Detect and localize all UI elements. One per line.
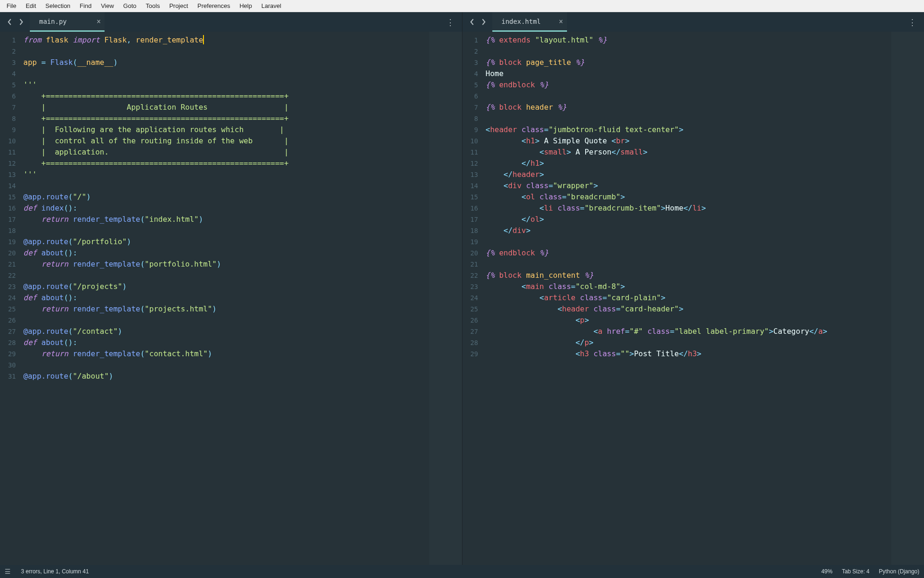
tab-main-py[interactable]: main.py × [30,12,105,32]
menu-view[interactable]: View [96,1,119,11]
tab-index-html[interactable]: index.html × [492,12,567,32]
code-right[interactable]: {% extends "layout.html" %} {% block pag… [482,32,892,565]
editors-split: main.py × ⋮ 1234567891011121314151617181… [0,12,924,565]
tab-bar-right: index.html × ⋮ [462,12,924,32]
tab-bar-left: main.py × ⋮ [0,12,462,32]
gutter-right: 1234567891011121314151617181920212223242… [462,32,482,565]
nav-back-icon[interactable] [6,18,14,26]
editor-pane-right: index.html × ⋮ 1234567891011121314151617… [462,12,924,565]
menu-selection[interactable]: Selection [41,1,75,11]
nav-forward-icon[interactable] [17,18,25,26]
status-errors[interactable]: 3 errors, Line 1, Column 41 [21,568,89,575]
close-icon[interactable]: × [97,17,101,26]
minimap-right[interactable] [891,32,924,565]
code-left[interactable]: from flask import Flask, render_template… [20,32,429,565]
editor-pane-left: main.py × ⋮ 1234567891011121314151617181… [0,12,462,565]
gutter-left: 1234567891011121314151617181920212223242… [0,32,20,565]
status-bar: ☰ 3 errors, Line 1, Column 41 49% Tab Si… [0,565,924,578]
nav-back-icon[interactable] [468,18,476,26]
minimap-left[interactable] [429,32,462,565]
hamburger-icon[interactable]: ☰ [5,568,11,575]
status-tabsize[interactable]: Tab Size: 4 [842,568,869,575]
code-area-right[interactable]: 1234567891011121314151617181920212223242… [462,32,924,565]
status-zoom[interactable]: 49% [821,568,833,575]
menu-goto[interactable]: Goto [119,1,141,11]
pane-options-icon[interactable]: ⋮ [440,17,462,27]
code-area-left[interactable]: 1234567891011121314151617181920212223242… [0,32,462,565]
menu-preferences[interactable]: Preferences [193,1,235,11]
menu-edit[interactable]: Edit [21,1,41,11]
pane-options-icon[interactable]: ⋮ [902,17,924,27]
menu-find[interactable]: Find [75,1,96,11]
tab-title: main.py [39,18,67,25]
menu-help[interactable]: Help [235,1,257,11]
close-icon[interactable]: × [559,17,563,26]
status-language[interactable]: Python (Django) [879,568,919,575]
menu-bar: FileEditSelectionFindViewGotoToolsProjec… [0,0,924,12]
menu-file[interactable]: File [2,1,21,11]
menu-laravel[interactable]: Laravel [257,1,286,11]
nav-forward-icon[interactable] [479,18,488,26]
tab-title: index.html [502,18,541,25]
menu-tools[interactable]: Tools [141,1,164,11]
tab-nav-buttons [1,18,30,26]
menu-project[interactable]: Project [165,1,193,11]
tab-nav-buttons [463,18,492,26]
